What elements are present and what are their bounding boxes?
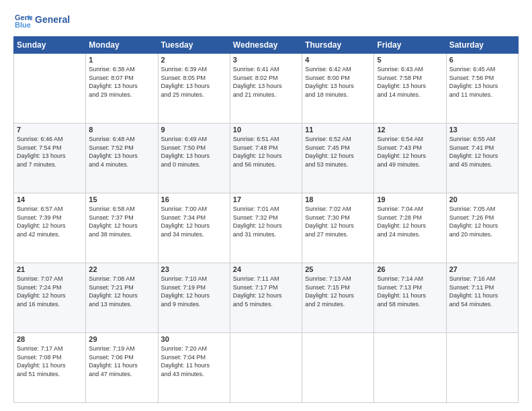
day-info: Sunrise: 7:07 AM Sunset: 7:24 PM Dayligh… — [17, 275, 83, 308]
weekday-header-monday: Monday — [86, 37, 158, 54]
calendar-cell — [302, 333, 374, 403]
day-info: Sunrise: 7:02 AM Sunset: 7:30 PM Dayligh… — [305, 205, 371, 238]
calendar-cell: 7Sunrise: 6:46 AM Sunset: 7:54 PM Daylig… — [14, 124, 86, 193]
calendar-cell: 9Sunrise: 6:49 AM Sunset: 7:50 PM Daylig… — [158, 124, 230, 193]
calendar-cell: 26Sunrise: 7:14 AM Sunset: 7:13 PM Dayli… — [374, 263, 446, 333]
weekday-header-wednesday: Wednesday — [230, 37, 302, 54]
day-number: 9 — [161, 126, 227, 134]
day-number: 6 — [449, 56, 515, 64]
day-number: 14 — [17, 195, 83, 203]
day-number: 7 — [17, 126, 83, 134]
day-info: Sunrise: 7:11 AM Sunset: 7:17 PM Dayligh… — [233, 275, 299, 308]
calendar-cell: 17Sunrise: 7:01 AM Sunset: 7:32 PM Dayli… — [230, 193, 302, 263]
day-number: 23 — [161, 265, 227, 273]
weekday-header-thursday: Thursday — [302, 37, 374, 54]
calendar-cell: 1Sunrise: 6:38 AM Sunset: 8:07 PM Daylig… — [86, 54, 158, 124]
weekday-header-tuesday: Tuesday — [158, 37, 230, 54]
day-info: Sunrise: 6:55 AM Sunset: 7:41 PM Dayligh… — [449, 135, 515, 169]
day-info: Sunrise: 7:13 AM Sunset: 7:15 PM Dayligh… — [305, 275, 371, 308]
day-number: 5 — [377, 56, 443, 64]
day-info: Sunrise: 6:49 AM Sunset: 7:50 PM Dayligh… — [161, 135, 227, 169]
day-info: Sunrise: 6:41 AM Sunset: 8:02 PM Dayligh… — [233, 65, 299, 99]
day-info: Sunrise: 6:46 AM Sunset: 7:54 PM Dayligh… — [17, 135, 83, 169]
day-info: Sunrise: 7:10 AM Sunset: 7:19 PM Dayligh… — [161, 275, 227, 308]
calendar-cell: 6Sunrise: 6:45 AM Sunset: 7:56 PM Daylig… — [446, 54, 518, 124]
calendar-cell: 25Sunrise: 7:13 AM Sunset: 7:15 PM Dayli… — [302, 263, 374, 333]
day-number: 12 — [377, 126, 443, 134]
calendar-cell: 29Sunrise: 7:19 AM Sunset: 7:06 PM Dayli… — [86, 333, 158, 403]
calendar-cell: 8Sunrise: 6:48 AM Sunset: 7:52 PM Daylig… — [86, 124, 158, 193]
svg-text:Blue: Blue — [15, 21, 31, 29]
day-info: Sunrise: 7:20 AM Sunset: 7:04 PM Dayligh… — [161, 345, 227, 378]
day-number: 30 — [161, 335, 227, 343]
calendar-cell: 2Sunrise: 6:39 AM Sunset: 8:05 PM Daylig… — [158, 54, 230, 124]
day-number: 26 — [377, 265, 443, 273]
day-number: 29 — [89, 335, 154, 343]
day-info: Sunrise: 7:05 AM Sunset: 7:26 PM Dayligh… — [449, 205, 515, 238]
day-number: 15 — [89, 195, 154, 203]
day-info: Sunrise: 6:42 AM Sunset: 8:00 PM Dayligh… — [305, 65, 371, 99]
day-info: Sunrise: 6:57 AM Sunset: 7:39 PM Dayligh… — [17, 205, 83, 238]
day-info: Sunrise: 7:19 AM Sunset: 7:06 PM Dayligh… — [89, 345, 154, 378]
day-info: Sunrise: 6:38 AM Sunset: 8:07 PM Dayligh… — [89, 65, 154, 99]
day-number: 21 — [17, 265, 83, 273]
calendar-cell: 15Sunrise: 6:58 AM Sunset: 7:37 PM Dayli… — [86, 193, 158, 263]
calendar-cell: 13Sunrise: 6:55 AM Sunset: 7:41 PM Dayli… — [446, 124, 518, 193]
day-number: 28 — [17, 335, 83, 343]
week-row-2: 7Sunrise: 6:46 AM Sunset: 7:54 PM Daylig… — [14, 124, 519, 193]
weekday-header-row: SundayMondayTuesdayWednesdayThursdayFrid… — [14, 37, 519, 54]
day-number: 4 — [305, 56, 371, 64]
logo-icon: General Blue — [13, 11, 32, 30]
day-info: Sunrise: 7:14 AM Sunset: 7:13 PM Dayligh… — [377, 275, 443, 308]
day-info: Sunrise: 7:00 AM Sunset: 7:34 PM Dayligh… — [161, 205, 227, 238]
calendar-cell: 30Sunrise: 7:20 AM Sunset: 7:04 PM Dayli… — [158, 333, 230, 403]
logo-text: General — [35, 15, 70, 25]
calendar-cell: 14Sunrise: 6:57 AM Sunset: 7:39 PM Dayli… — [14, 193, 86, 263]
day-info: Sunrise: 7:01 AM Sunset: 7:32 PM Dayligh… — [233, 205, 299, 238]
header: General Blue General — [13, 11, 519, 30]
weekday-header-sunday: Sunday — [14, 37, 86, 54]
calendar-cell — [374, 333, 446, 403]
day-number: 24 — [233, 265, 299, 273]
day-number: 10 — [233, 126, 299, 134]
weekday-header-friday: Friday — [374, 37, 446, 54]
day-info: Sunrise: 7:08 AM Sunset: 7:21 PM Dayligh… — [89, 275, 154, 308]
day-number: 17 — [233, 195, 299, 203]
calendar-cell: 10Sunrise: 6:51 AM Sunset: 7:48 PM Dayli… — [230, 124, 302, 193]
calendar-cell: 5Sunrise: 6:43 AM Sunset: 7:58 PM Daylig… — [374, 54, 446, 124]
calendar-cell: 4Sunrise: 6:42 AM Sunset: 8:00 PM Daylig… — [302, 54, 374, 124]
calendar-cell: 24Sunrise: 7:11 AM Sunset: 7:17 PM Dayli… — [230, 263, 302, 333]
calendar-cell: 19Sunrise: 7:04 AM Sunset: 7:28 PM Dayli… — [374, 193, 446, 263]
day-info: Sunrise: 7:16 AM Sunset: 7:11 PM Dayligh… — [449, 275, 515, 308]
day-info: Sunrise: 6:54 AM Sunset: 7:43 PM Dayligh… — [377, 135, 443, 169]
day-number: 1 — [89, 56, 154, 64]
week-row-5: 28Sunrise: 7:17 AM Sunset: 7:08 PM Dayli… — [14, 333, 519, 403]
calendar-cell — [446, 333, 518, 403]
calendar-cell: 16Sunrise: 7:00 AM Sunset: 7:34 PM Dayli… — [158, 193, 230, 263]
calendar-cell: 20Sunrise: 7:05 AM Sunset: 7:26 PM Dayli… — [446, 193, 518, 263]
day-number: 3 — [233, 56, 299, 64]
day-info: Sunrise: 6:52 AM Sunset: 7:45 PM Dayligh… — [305, 135, 371, 169]
day-number: 13 — [449, 126, 515, 134]
day-number: 19 — [377, 195, 443, 203]
day-info: Sunrise: 6:48 AM Sunset: 7:52 PM Dayligh… — [89, 135, 154, 169]
calendar-cell: 21Sunrise: 7:07 AM Sunset: 7:24 PM Dayli… — [14, 263, 86, 333]
day-number: 16 — [161, 195, 227, 203]
day-number: 20 — [449, 195, 515, 203]
logo: General Blue General — [13, 11, 70, 30]
calendar-cell — [230, 333, 302, 403]
calendar-cell: 3Sunrise: 6:41 AM Sunset: 8:02 PM Daylig… — [230, 54, 302, 124]
day-number: 27 — [449, 265, 515, 273]
calendar-table: SundayMondayTuesdayWednesdayThursdayFrid… — [13, 36, 519, 403]
page: General Blue General SundayMondayTuesday… — [0, 0, 532, 411]
day-number: 11 — [305, 126, 371, 134]
day-number: 18 — [305, 195, 371, 203]
day-info: Sunrise: 7:04 AM Sunset: 7:28 PM Dayligh… — [377, 205, 443, 238]
weekday-header-saturday: Saturday — [446, 37, 518, 54]
day-info: Sunrise: 6:45 AM Sunset: 7:56 PM Dayligh… — [449, 65, 515, 99]
day-info: Sunrise: 6:51 AM Sunset: 7:48 PM Dayligh… — [233, 135, 299, 169]
week-row-4: 21Sunrise: 7:07 AM Sunset: 7:24 PM Dayli… — [14, 263, 519, 333]
day-number: 25 — [305, 265, 371, 273]
calendar-cell: 12Sunrise: 6:54 AM Sunset: 7:43 PM Dayli… — [374, 124, 446, 193]
calendar-cell: 28Sunrise: 7:17 AM Sunset: 7:08 PM Dayli… — [14, 333, 86, 403]
